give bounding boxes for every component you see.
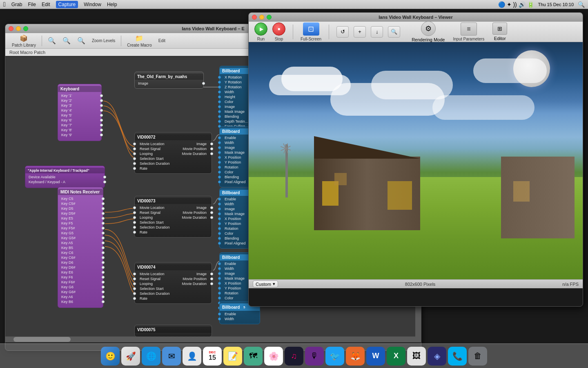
input-params-icon[interactable]: ≡ <box>461 22 477 36</box>
dock-podcast[interactable]: 🎙 <box>305 347 324 366</box>
node-midi[interactable]: MIDI Notes Receiver Key C5 Key C5# Key D… <box>58 187 103 308</box>
dock-launchpad[interactable]: 🚀 <box>121 347 140 366</box>
node-vid73[interactable]: VID00073 Movie Location Image Reset Sign… <box>134 196 212 238</box>
farm-image-out <box>202 82 205 85</box>
key5-out <box>100 114 103 117</box>
menu-file[interactable]: File <box>28 2 36 7</box>
hscrollbar-thumb[interactable] <box>13 337 71 342</box>
viewer-toolbar-sep-2 <box>329 25 329 39</box>
key8-port: Key '8' <box>58 128 101 132</box>
dock-contacts[interactable]: 👤 <box>183 347 201 366</box>
patch-library-btn[interactable]: 📦 Patch Library <box>9 34 38 48</box>
dock-music[interactable]: ♫ <box>285 347 303 366</box>
zoom-out-btn[interactable]: 🔍 <box>45 36 58 45</box>
apple-keyboard-header: "Apple Internal Keyboard / Trackpad" <box>25 168 105 173</box>
editor-max-btn[interactable] <box>23 26 28 31</box>
editor-icon[interactable]: ⊞ <box>492 22 507 35</box>
dock-preview[interactable]: 🖼 <box>407 347 426 366</box>
menu-grab[interactable]: Grab <box>11 2 22 7</box>
viewer-toolbar: ▶ Run ■ Stop ⊡ Full-Screen ↺ + ↓ 🔍 ⚙ <box>249 22 583 42</box>
run-btn-icon[interactable]: ▶ <box>254 22 267 36</box>
editor-min-btn[interactable] <box>16 26 21 31</box>
node-vid75[interactable]: VID00075 <box>134 325 212 337</box>
dock-skype[interactable]: 📞 <box>448 347 467 366</box>
dock-notes[interactable]: 📝 <box>223 347 242 366</box>
custom-dropdown[interactable]: Custom ▾ <box>253 280 278 287</box>
fullscreen-icon[interactable]: ⊡ <box>303 22 319 36</box>
key2-port: Key '2' <box>58 98 101 103</box>
rendering-mode-button[interactable]: ⚙ Rendering Mode <box>412 21 445 42</box>
input-parameters-button[interactable]: ≡ Input Parameters <box>453 22 484 41</box>
vid73-header: VID00073 <box>135 198 212 204</box>
dock-quartz[interactable]: ◈ <box>428 347 446 366</box>
menu-edit[interactable]: Edit <box>42 2 50 7</box>
horizontal-scrollbar[interactable] <box>5 337 421 342</box>
viewer-close-btn[interactable] <box>252 15 257 20</box>
zoom-levels-btn[interactable]: Zoom Levels <box>89 38 118 44</box>
second-barn-window <box>513 181 530 202</box>
barn-window-right <box>388 181 412 210</box>
key-c5s-out <box>102 202 105 205</box>
node-keyboard[interactable]: Keyboard Key '1' Key '2' Key '3' Key '4'… <box>58 84 102 141</box>
menu-help[interactable]: Help <box>107 2 117 7</box>
key-f6-out <box>102 276 105 279</box>
search-btn[interactable]: 🔍 <box>388 26 400 38</box>
key1-out <box>100 94 103 97</box>
fps-count: n/a FPS <box>562 282 579 287</box>
stop-btn-icon[interactable]: ■ <box>272 22 285 36</box>
key5-port: Key '5' <box>58 113 101 118</box>
dock-finder[interactable]: 🙂 <box>101 347 120 366</box>
keyboard-keypad-out <box>103 181 106 184</box>
key4-port: Key '4' <box>58 108 101 113</box>
toolbar-sep-2 <box>121 36 121 46</box>
rendering-mode-icon[interactable]: ⚙ <box>421 21 436 36</box>
share-btn[interactable]: ↓ <box>371 26 383 38</box>
dock-mail[interactable]: ✉ <box>162 347 181 366</box>
key1-port: Key '1' <box>58 93 101 98</box>
add-btn[interactable]: + <box>354 26 366 38</box>
dock-trash[interactable]: 🗑 <box>468 347 487 366</box>
toolbar-sep-1 <box>42 36 42 46</box>
fullscreen-button[interactable]: ⊡ Full-Screen <box>301 22 321 41</box>
key-d6s-out <box>102 266 105 269</box>
dock-twitter[interactable]: 🐦 <box>325 347 344 366</box>
farm-image-port: Image <box>135 81 203 86</box>
edit-btn[interactable]: Edit <box>156 38 168 44</box>
zoom-fit-btn[interactable]: 🔍 <box>75 36 88 45</box>
run-button[interactable]: ▶ Run <box>254 22 267 41</box>
apple-menu[interactable]:  <box>3 1 6 8</box>
vid75-header: VID00075 <box>135 327 212 333</box>
key-g5-out <box>102 232 105 235</box>
key-e6-out <box>102 271 105 274</box>
dock-calendar[interactable]: DEC 15 <box>203 347 222 366</box>
menubar-search[interactable]: 🔍 <box>578 1 585 8</box>
cloud-6 <box>473 58 547 83</box>
menu-capture[interactable]: Capture <box>56 1 78 8</box>
key-c6s-out <box>102 256 105 259</box>
key6-out <box>100 119 103 122</box>
dock-word[interactable]: W <box>366 347 385 366</box>
dock-photos[interactable]: 🌸 <box>264 347 283 366</box>
stop-button[interactable]: ■ Stop <box>272 22 285 41</box>
key-a5-out <box>102 242 105 245</box>
dock-firefox[interactable]: 🦊 <box>346 347 365 366</box>
viewer-max-btn[interactable] <box>267 15 272 20</box>
editor-button[interactable]: ⊞ Editor <box>492 22 507 41</box>
refresh-btn[interactable]: ↺ <box>336 26 349 38</box>
dock-safari[interactable]: 🌐 <box>142 347 160 366</box>
node-farm[interactable]: The_Old_Farm_by_nuahs Image <box>134 72 204 89</box>
barn-body <box>314 157 420 230</box>
zoom-in-btn[interactable]: 🔍 <box>60 36 73 45</box>
dock-excel[interactable]: X <box>387 347 405 366</box>
node-apple-keyboard[interactable]: "Apple Internal Keyboard / Trackpad" Dev… <box>25 166 105 188</box>
node-vid72[interactable]: VID00072 Movie Location Image Reset Sign… <box>134 132 212 174</box>
key-g5s-out <box>102 237 105 240</box>
node-vid74[interactable]: VID00074 Movie Location Image Reset Sign… <box>134 262 212 304</box>
menu-window[interactable]: Window <box>84 2 101 7</box>
editor-close-btn[interactable] <box>9 26 13 31</box>
barn-window-top <box>334 173 347 185</box>
pixel-count: 802x600 Pixels <box>281 282 559 287</box>
dock-maps[interactable]: 🗺 <box>244 347 263 366</box>
create-macro-btn[interactable]: 📁 Create Macro <box>125 34 154 48</box>
viewer-min-btn[interactable] <box>259 15 264 20</box>
